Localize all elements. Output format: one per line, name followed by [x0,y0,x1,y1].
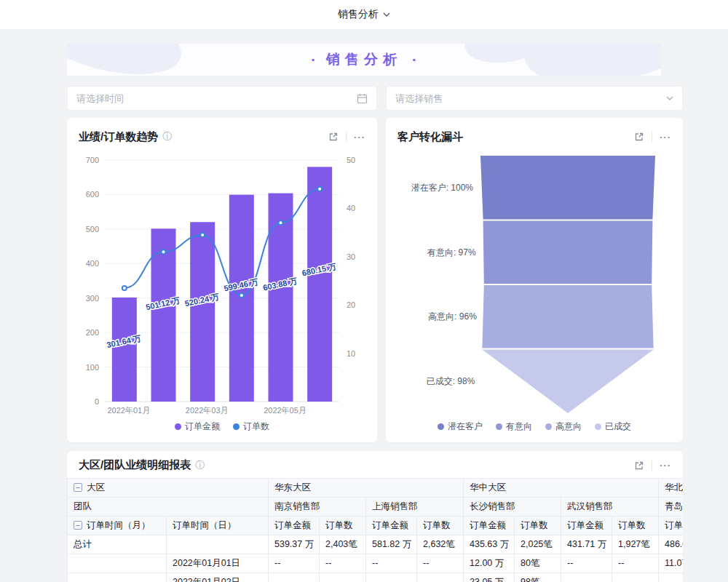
funnel-card: 客户转化漏斗 ··· 潜在客户: 100%有意向: 97%高意向: 96%已成交… [386,118,683,442]
month-cell [68,554,167,573]
dashboard-content: · 销售分析 · 业绩/订单数趋势 ⓘ ··· [67,44,683,582]
value-cell: 2,025笔 [515,535,561,554]
region-corner-header: −大区 [68,479,269,498]
measure-header: 订单数 [417,517,464,535]
collapse-icon[interactable]: − [74,521,82,530]
legend-item[interactable]: 订单数 [233,420,269,433]
chevron-down-icon [383,12,390,17]
region-header: 华北大区 [659,479,684,498]
day-corner-header: 订单时间（日） [167,517,269,535]
y-axis-tick-label: 200 [86,328,99,337]
value-cell: 486.05 万 [659,535,684,554]
value-cell: -- [366,554,417,573]
export-icon [634,132,644,142]
more-menu-icon[interactable]: ··· [354,132,365,143]
line-point[interactable] [122,286,127,290]
funnel-card-header: 客户转化漏斗 ··· [397,127,671,147]
funnel-segment[interactable] [482,350,653,414]
line-point[interactable] [200,233,205,237]
funnel-stage-label: 高意向: 96% [428,311,477,322]
table-scroll-area[interactable]: −大区华东大区华中大区华北大区团队南京销售部上海销售部长沙销售部武汉销售部青岛销… [67,478,683,582]
banner-decoration [67,44,189,76]
export-button[interactable] [634,461,644,471]
secondary-axis-tick-label: 40 [347,204,355,212]
region-header: 华东大区 [269,479,464,498]
value-cell: 539.37 万 [269,535,320,554]
chart-row: 业绩/订单数趋势 ⓘ ··· 0100200300400500600700102… [67,118,683,442]
info-icon[interactable]: ⓘ [162,130,172,143]
team-corner-header: 团队 [68,498,269,517]
value-cell: 98笔 [515,573,561,582]
legend-item[interactable]: 潜在客户 [438,420,483,433]
secondary-axis-tick-label: 30 [347,252,355,261]
export-button[interactable] [634,132,644,142]
day-cell [167,535,269,554]
value-cell: -- [269,573,320,582]
value-cell: 80笔 [515,554,561,573]
divider [652,132,652,142]
table-card-title: 大区/团队业绩明细报表 [79,458,191,472]
y-axis-tick-label: 400 [86,259,99,268]
trend-card-title: 业绩/订单数趋势 [79,130,158,144]
legend-dot-icon [496,423,502,430]
measure-header: 订单数 [515,517,561,535]
table-row: 总计539.37 万2,403笔581.82 万2,632笔435.63 万2,… [68,535,684,554]
x-axis-tick-label: 2022年01月 [107,406,150,415]
funnel-segment[interactable] [483,221,653,284]
y-axis-tick-label: 600 [86,190,99,199]
line-point[interactable] [162,250,166,254]
bar[interactable] [112,298,137,402]
x-axis-tick-label: 2022年03月 [186,406,229,415]
more-menu-icon[interactable]: ··· [660,132,671,143]
collapse-icon[interactable]: − [74,483,82,492]
legend-dot-icon [595,423,601,430]
more-menu-icon[interactable]: ··· [660,460,671,471]
bar[interactable] [190,222,215,402]
funnel-segment[interactable] [482,285,653,348]
sales-filter-input[interactable] [395,93,666,104]
measure-header: 订单金额 [269,517,320,535]
banner: · 销售分析 · [67,44,661,76]
secondary-axis-tick-label: 20 [347,300,355,309]
value-cell: 12.00 万 [464,554,515,573]
line-point[interactable] [279,220,283,225]
title-dot: · [311,52,316,68]
time-filter[interactable] [67,86,377,111]
month-corner-header: −订单时间（月） [68,517,167,535]
team-header: 长沙销售部 [464,498,561,517]
y-axis-tick-label: 100 [86,363,99,372]
funnel-segment[interactable] [480,156,655,220]
legend-label: 潜在客户 [448,420,483,433]
secondary-axis-tick-label: 10 [347,349,355,358]
legend-label: 高意向 [555,420,582,433]
legend-dot-icon [438,423,444,430]
measure-header: 订单金额 [366,517,417,535]
page-switcher[interactable]: 销售分析 [338,8,390,21]
value-cell [659,573,684,582]
line-point[interactable] [240,293,244,298]
team-header: 上海销售部 [366,498,464,517]
funnel-card-title: 客户转化漏斗 [397,130,463,144]
month-cell: 总计 [68,535,167,554]
legend-dot-icon [175,423,181,430]
legend-item[interactable]: 已成交 [595,420,631,433]
table-row: 2022年01月01日--------12.00 万80笔----11.07 万 [68,554,684,573]
export-button[interactable] [328,132,339,142]
info-icon[interactable]: ⓘ [195,459,205,472]
bar[interactable] [307,167,332,402]
value-cell: -- [417,573,464,582]
value-cell: -- [366,573,417,582]
sales-filter[interactable] [386,86,683,111]
legend-item[interactable]: 订单金额 [175,420,220,433]
legend-label: 订单金额 [185,420,220,433]
time-filter-input[interactable] [76,93,357,104]
banner-title: · 销售分析 · [311,50,416,69]
legend-item[interactable]: 有意向 [496,420,532,433]
legend-item[interactable]: 高意向 [545,420,582,433]
line-point[interactable] [317,187,322,191]
value-cell: -- [561,573,612,582]
value-cell: -- [561,554,612,573]
region-header: 华中大区 [464,479,659,498]
table-row: −大区华东大区华中大区华北大区 [68,479,684,498]
title-dot: · [412,52,417,68]
